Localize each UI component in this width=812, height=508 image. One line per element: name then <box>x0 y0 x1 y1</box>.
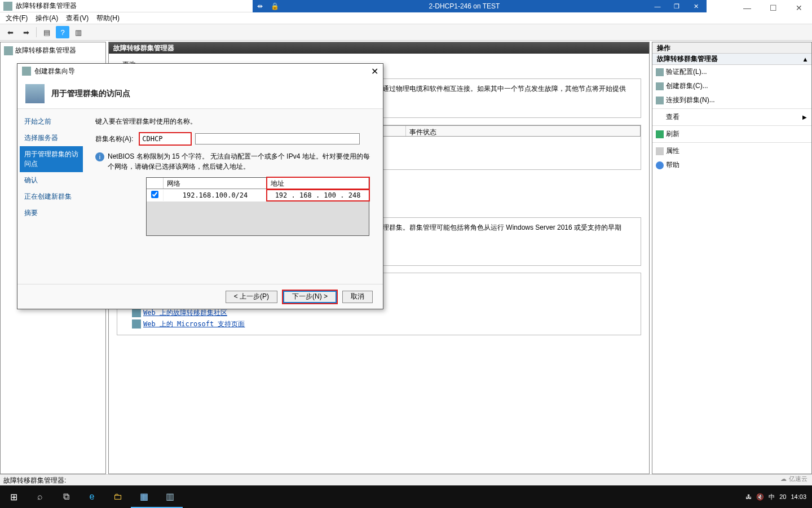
cloud-icon: ☁ <box>780 475 787 483</box>
wizard-header-text: 用于管理群集的访问点 <box>51 89 130 99</box>
network-table: 网络 地址 192.168.100.0/24 192 . 168 . 100 .… <box>146 177 369 236</box>
tray-volume-icon[interactable]: 🔇 <box>756 493 764 501</box>
tray-network-icon[interactable]: 🖧 <box>745 493 752 500</box>
link-ms-row[interactable]: Web 上的 Microsoft 支持页面 <box>132 319 635 329</box>
menu-file[interactable]: 文件(F) <box>2 12 31 24</box>
connect-icon <box>656 97 664 104</box>
menu-view[interactable]: 查看(V) <box>63 12 92 24</box>
lock-icon[interactable]: 🔒 <box>271 2 279 10</box>
action-help[interactable]: 帮助 <box>652 158 811 172</box>
wizard-cancel-button[interactable]: 取消 <box>342 291 373 303</box>
net-col-network: 网络 <box>164 178 267 189</box>
net-row-checkbox[interactable] <box>151 191 158 198</box>
nav-back-button[interactable]: ⬅ <box>3 26 17 38</box>
status-bar: 故障转移群集管理器: <box>0 474 812 485</box>
system-tray: 🖧 🔇 中 20 14:03 <box>740 493 812 501</box>
taskbar-search-button[interactable]: ⌕ <box>27 485 53 508</box>
content-header: 故障转移群集管理器 <box>109 42 649 54</box>
refresh-icon <box>656 130 664 138</box>
tree-root-label: 故障转移群集管理器 <box>15 46 76 55</box>
cluster-name-label: 群集名称(A): <box>95 134 133 144</box>
wizard-content: 键入要在管理群集时使用的名称。 群集名称(A): i NetBIOS 名称限制为… <box>85 109 383 284</box>
wizard-nav-confirm[interactable]: 确认 <box>20 172 83 189</box>
globe-icon <box>132 319 141 329</box>
wizard-nav-summary[interactable]: 摘要 <box>20 205 83 221</box>
wizard-prev-button[interactable]: < 上一步(P) <box>226 291 277 303</box>
vm-minimize-button[interactable]: — <box>650 2 665 11</box>
wizard-icon <box>22 67 31 76</box>
toolbar-panes-button[interactable]: ▥ <box>72 26 85 38</box>
actions-sub-header: 故障转移群集管理器▴ <box>652 54 811 65</box>
link-ms-support[interactable]: Web 上的 Microsoft 支持页面 <box>143 319 245 329</box>
mmc-title-text: 故障转移群集管理器 <box>16 1 77 11</box>
net-table-row[interactable]: 192.168.100.0/24 192 . 168 . 100 . 248 <box>147 189 369 202</box>
wizard-next-button[interactable]: 下一步(N) > <box>283 291 337 303</box>
tree-root-item[interactable]: 故障转移群集管理器 <box>3 45 103 56</box>
net-row-network: 192.168.100.0/24 <box>164 190 267 200</box>
taskbar-servermanager-icon[interactable]: ▦ <box>131 485 157 508</box>
taskbar: ⊞ ⌕ ⧉ e 🗀 ▦ ▥ 🖧 🔇 中 20 14:03 <box>0 485 812 508</box>
wizard-prompt: 键入要在管理群集时使用的名称。 <box>95 117 373 126</box>
wizard-nav: 开始之前 选择服务器 用于管理群集的访问点 确认 正在创建新群集 摘要 <box>17 109 85 284</box>
properties-icon <box>656 147 664 155</box>
tray-date-prefix: 20 <box>779 493 786 500</box>
wizard-nav-before[interactable]: 开始之前 <box>20 113 83 130</box>
wizard-nav-creating[interactable]: 正在创建新群集 <box>20 189 83 205</box>
wizard-close-button[interactable]: ✕ <box>371 66 378 77</box>
vm-title-bar: ⇹ 🔒 2-DHCP1-246 on TEST — ❐ ✕ <box>253 0 707 12</box>
action-validate[interactable]: 验证配置(L)... <box>652 65 811 79</box>
cluster-name-input-ext[interactable] <box>195 133 360 144</box>
net-col-address: 地址 <box>267 178 369 189</box>
start-button[interactable]: ⊞ <box>0 485 27 508</box>
cluster-icon <box>3 2 12 11</box>
actions-pane: 操作 故障转移群集管理器▴ 验证配置(L)... 创建群集(C)... 连接到群… <box>652 42 812 474</box>
wizard-header: 用于管理群集的访问点 <box>17 78 383 109</box>
actions-header: 操作 <box>652 42 811 54</box>
wizard-nav-access-point[interactable]: 用于管理群集的访问点 <box>20 146 83 172</box>
action-refresh[interactable]: 刷新 <box>652 127 811 141</box>
vm-title-text: 2-DHCP1-246 on TEST <box>279 2 650 10</box>
toolbar-columns-button[interactable]: ▤ <box>40 26 54 38</box>
cluster-manager-icon <box>4 46 13 55</box>
taskbar-explorer-icon[interactable]: 🗀 <box>105 485 131 508</box>
nav-forward-button[interactable]: ➡ <box>19 26 33 38</box>
cluster-name-input[interactable] <box>140 133 191 144</box>
pin-icon[interactable]: ⇹ <box>257 2 265 10</box>
wizard-title-text: 创建群集向导 <box>34 67 75 76</box>
globe-icon <box>132 308 141 317</box>
info-icon: i <box>95 152 104 161</box>
validate-icon <box>656 68 664 76</box>
toolbar-help-button[interactable]: ? <box>56 26 69 38</box>
wizard-header-icon <box>25 84 45 103</box>
mmc-title-bar: 故障转移群集管理器 <box>0 0 253 12</box>
wizard-info-text: NetBIOS 名称限制为 15 个字符。 无法自动配置一个或多个 IPv4 地… <box>108 151 373 172</box>
help-icon <box>656 161 664 169</box>
menu-bar: 文件(F) 操作(A) 查看(V) 帮助(H) <box>0 12 812 24</box>
chevron-right-icon: ▶ <box>802 114 807 120</box>
taskbar-taskview-button[interactable]: ⧉ <box>53 485 79 508</box>
net-col-check <box>147 178 164 189</box>
wizard-nav-select-servers[interactable]: 选择服务器 <box>20 130 83 146</box>
collapse-icon[interactable]: ▴ <box>804 55 807 63</box>
tray-ime[interactable]: 中 <box>769 493 775 501</box>
menu-action[interactable]: 操作(A) <box>32 12 61 24</box>
taskbar-mmc-icon[interactable]: ▥ <box>157 485 183 508</box>
action-properties[interactable]: 属性 <box>652 144 811 158</box>
wizard-title-bar[interactable]: 创建群集向导 ✕ <box>17 64 383 78</box>
vm-close-button[interactable]: ✕ <box>689 2 703 11</box>
action-connect[interactable]: 连接到群集(N)... <box>652 93 811 107</box>
menu-help[interactable]: 帮助(H) <box>93 12 123 24</box>
create-icon <box>656 82 664 90</box>
net-row-address[interactable]: 192 . 168 . 100 . 248 <box>267 190 369 200</box>
tray-time: 14:03 <box>791 493 806 500</box>
action-create[interactable]: 创建群集(C)... <box>652 79 811 93</box>
watermark: ☁ 亿速云 <box>780 475 807 483</box>
create-cluster-wizard: 创建群集向导 ✕ 用于管理群集的访问点 开始之前 选择服务器 用于管理群集的访问… <box>17 63 383 309</box>
vm-maximize-button[interactable]: ❐ <box>669 2 684 11</box>
wizard-buttons: < 上一步(P) 下一步(N) > 取消 <box>17 284 383 309</box>
taskbar-ie-icon[interactable]: e <box>79 485 105 508</box>
action-view[interactable]: 查看▶ <box>652 110 811 124</box>
toolbar: ⬅ ➡ ▤ ? ▥ <box>0 24 812 41</box>
col-event-status: 事件状态 <box>406 126 641 136</box>
